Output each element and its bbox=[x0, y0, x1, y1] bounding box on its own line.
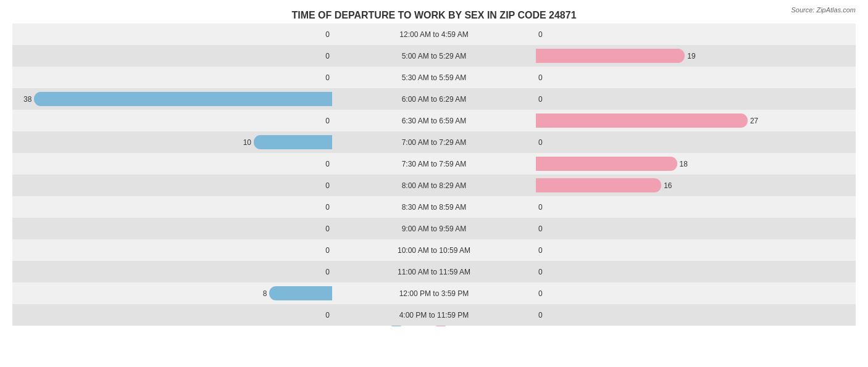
male-value: 0 bbox=[325, 52, 330, 60]
chart-row: 9:00 AM to 9:59 AM00 bbox=[12, 218, 856, 239]
male-value: 0 bbox=[325, 311, 330, 320]
male-value: 0 bbox=[325, 181, 330, 190]
female-value: 0 bbox=[538, 225, 543, 233]
row-label: 7:00 AM to 7:29 AM bbox=[332, 138, 536, 147]
female-bar bbox=[536, 178, 661, 192]
male-value: 0 bbox=[325, 117, 330, 125]
female-value: 0 bbox=[538, 73, 543, 82]
row-label: 8:30 AM to 8:59 AM bbox=[332, 203, 536, 212]
male-value: 0 bbox=[325, 160, 330, 168]
chart-row: 7:30 AM to 7:59 AM018 bbox=[12, 153, 856, 175]
female-value: 18 bbox=[680, 160, 688, 168]
female-value: 0 bbox=[538, 289, 543, 298]
chart-row: 6:00 AM to 6:29 AM380 bbox=[12, 88, 856, 110]
female-value: 0 bbox=[538, 203, 543, 212]
source-text: Source: ZipAtlas.com bbox=[791, 6, 856, 14]
chart-row: 12:00 PM to 3:59 PM80 bbox=[12, 282, 856, 304]
chart-row: 7:00 AM to 7:29 AM100 bbox=[12, 131, 856, 153]
row-label: 5:00 AM to 5:29 AM bbox=[332, 52, 536, 60]
male-bar bbox=[254, 135, 332, 149]
row-label: 10:00 AM to 10:59 AM bbox=[332, 246, 536, 255]
male-bar bbox=[269, 286, 332, 300]
female-value: 0 bbox=[538, 95, 543, 104]
female-value: 0 bbox=[538, 311, 543, 320]
female-bar bbox=[536, 49, 685, 63]
male-value: 0 bbox=[325, 203, 330, 212]
chart-row: 11:00 AM to 11:59 AM00 bbox=[12, 261, 856, 282]
male-value: 0 bbox=[325, 30, 330, 39]
row-label: 5:30 AM to 5:59 AM bbox=[332, 73, 536, 82]
female-value: 16 bbox=[664, 181, 672, 190]
male-value: 8 bbox=[263, 289, 267, 298]
female-value: 19 bbox=[687, 52, 695, 60]
female-bar bbox=[536, 113, 748, 128]
male-value: 38 bbox=[23, 95, 31, 104]
chart-row: 5:00 AM to 5:29 AM019 bbox=[12, 45, 856, 67]
chart-area: 12:00 AM to 4:59 AM005:00 AM to 5:29 AM0… bbox=[12, 23, 856, 310]
row-label: 7:30 AM to 7:59 AM bbox=[332, 160, 536, 168]
row-label: 4:00 PM to 11:59 PM bbox=[332, 311, 536, 320]
chart-row: 8:30 AM to 8:59 AM00 bbox=[12, 196, 856, 218]
chart-container: TIME OF DEPARTURE TO WORK BY SEX IN ZIP … bbox=[0, 0, 868, 367]
row-label: 8:00 AM to 8:29 AM bbox=[332, 181, 536, 190]
female-bar bbox=[536, 157, 677, 171]
row-label: 12:00 PM to 3:59 PM bbox=[332, 289, 536, 298]
male-bar bbox=[34, 92, 332, 106]
female-value: 0 bbox=[538, 246, 543, 255]
male-value: 0 bbox=[325, 268, 330, 276]
row-label: 11:00 AM to 11:59 AM bbox=[332, 268, 536, 276]
male-value: 0 bbox=[325, 73, 330, 82]
female-value: 0 bbox=[538, 138, 543, 147]
chart-row: 5:30 AM to 5:59 AM00 bbox=[12, 67, 856, 88]
female-value: 0 bbox=[538, 30, 543, 39]
female-value: 0 bbox=[538, 268, 543, 276]
male-value: 0 bbox=[325, 246, 330, 255]
chart-row: 6:30 AM to 6:59 AM027 bbox=[12, 110, 856, 131]
male-value: 10 bbox=[243, 138, 251, 147]
female-value: 27 bbox=[750, 117, 758, 125]
chart-row: 4:00 PM to 11:59 PM00 bbox=[12, 304, 856, 326]
row-label: 9:00 AM to 9:59 AM bbox=[332, 225, 536, 233]
chart-title: TIME OF DEPARTURE TO WORK BY SEX IN ZIP … bbox=[12, 6, 856, 21]
chart-row: 10:00 AM to 10:59 AM00 bbox=[12, 239, 856, 261]
chart-row: 8:00 AM to 8:29 AM016 bbox=[12, 175, 856, 196]
chart-row: 12:00 AM to 4:59 AM00 bbox=[12, 23, 856, 45]
row-label: 6:30 AM to 6:59 AM bbox=[332, 117, 536, 125]
row-label: 12:00 AM to 4:59 AM bbox=[332, 30, 536, 39]
male-value: 0 bbox=[325, 225, 330, 233]
row-label: 6:00 AM to 6:29 AM bbox=[332, 95, 536, 104]
